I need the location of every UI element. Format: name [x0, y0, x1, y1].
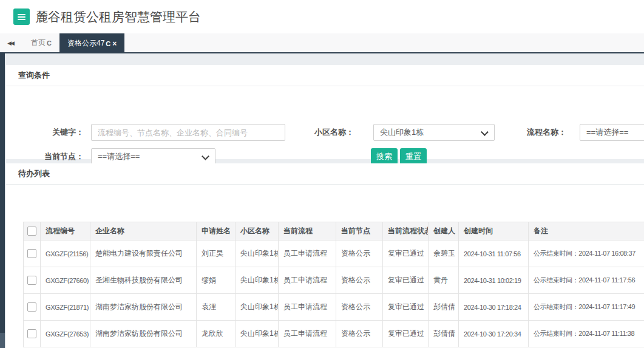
cell-company: 楚能电力建设有限责任公司 [90, 241, 197, 267]
process-label: 流程名称： [492, 124, 566, 141]
cell-company: 湖南梦洁家纺股份有限公司 [90, 321, 197, 347]
column-header: 企业名称 [90, 222, 197, 241]
todo-table-head-row: 流程编号企业名称申请姓名小区名称当前流程当前节点当前流程状态创建人创建时间备注 [24, 222, 644, 241]
column-header: 当前节点 [336, 222, 383, 241]
row-select-cell [24, 321, 41, 347]
collapsed-sidebar[interactable] [0, 53, 5, 348]
query-form: 关键字： 小区名称： 尖山印象1栋 流程名称： ==请选择== 当前节点： ==… [6, 86, 644, 159]
column-header: 创建人 [429, 222, 459, 241]
cell-remark: 公示结束时间：2024-11-07 11:11:38 [529, 321, 644, 347]
column-header: 当前流程状态 [383, 222, 429, 241]
cell-applicant: 袁浬 [197, 294, 236, 321]
cell-applicant: 龙欣欣 [197, 321, 236, 347]
cell-process: 员工申请流程 [279, 294, 336, 321]
cell-remark: 公示结束时间：2024-11-07 16:08:37 [529, 241, 644, 267]
row-checkbox[interactable] [27, 249, 36, 258]
tab-label: 资格公示47 [67, 38, 104, 49]
tab-bar: ◀◀ 首页 C 资格公示47 C × [0, 33, 644, 53]
cell-creator: 余碧玉 [429, 241, 459, 267]
cell-company: 圣湘生物科技股份有限公司 [90, 267, 197, 294]
select-all-header-cell [24, 222, 41, 241]
keyword-label: 关键字： [6, 124, 84, 141]
column-header: 当前流程 [279, 222, 336, 241]
hamburger-icon [18, 14, 25, 15]
reset-button[interactable]: 重置 [400, 148, 427, 165]
column-header: 小区名称 [236, 222, 279, 241]
collapsed-sidebar-footer [0, 333, 5, 348]
cell-process-id: GXGZF(21156) [41, 241, 90, 267]
cell-status: 复审已通过 [383, 267, 429, 294]
cell-created-at: 2024-10-30 17:20:34 [459, 321, 529, 347]
refresh-icon[interactable]: C [47, 39, 52, 47]
collapse-tabs-button[interactable]: ◀◀ [0, 33, 23, 52]
double-left-arrow-icon: ◀◀ [7, 40, 13, 46]
todo-panel: 待办列表 流程编号企业名称申请姓名小区名称当前流程当前节点当前流程状态创建人创建… [6, 163, 644, 348]
row-checkbox[interactable] [27, 276, 36, 285]
cell-community: 尖山印象1栋 [236, 241, 279, 267]
cell-status: 复审已通过 [383, 241, 429, 267]
node-select[interactable]: ==请选择== [91, 148, 215, 165]
table-row: GXGZF(27653)湖南梦洁家纺股份有限公司龙欣欣尖山印象1栋员工申请流程资… [24, 321, 644, 347]
cell-remark: 公示结束时间：2024-11-07 11:17:56 [529, 267, 644, 294]
row-select-cell [24, 241, 41, 267]
cell-status: 复审已通过 [383, 294, 429, 321]
cell-process: 员工申请流程 [279, 267, 336, 294]
refresh-icon[interactable]: C [106, 40, 110, 47]
todo-table: 流程编号企业名称申请姓名小区名称当前流程当前节点当前流程状态创建人创建时间备注 … [23, 222, 644, 347]
search-button[interactable]: 搜索 [371, 148, 398, 165]
table-row: GXGZF(27660)圣湘生物科技股份有限公司缪娟尖山印象1栋员工申请流程资格… [24, 267, 644, 294]
row-select-cell [24, 267, 41, 294]
cell-remark: 公示结束时间：2024-11-07 11:17:49 [529, 294, 644, 321]
row-checkbox[interactable] [27, 329, 36, 338]
community-select-value: 尖山印象1栋 [380, 128, 424, 137]
cell-creator: 彭倩倩 [429, 294, 459, 321]
cell-creator: 彭倩倩 [429, 321, 459, 347]
cell-created-at: 2024-10-31 10:02:19 [459, 267, 529, 294]
node-select-value: ==请选择== [98, 152, 140, 161]
query-panel: 查询条件 关键字： 小区名称： 尖山印象1栋 流程名称： ==请选择== 当前节… [6, 65, 644, 159]
cell-node: 资格公示 [336, 294, 383, 321]
cell-process: 员工申请流程 [279, 241, 336, 267]
cell-process-id: GXGZF(27660) [41, 267, 90, 294]
tab-home[interactable]: 首页 C [23, 33, 59, 52]
menu-toggle-button[interactable] [13, 9, 30, 25]
cell-created-at: 2024-10-31 11:07:56 [459, 241, 529, 267]
todo-table-body: GXGZF(21156)楚能电力建设有限责任公司刘正昊尖山印象1栋员工申请流程资… [24, 241, 644, 347]
cell-created-at: 2024-10-30 17:18:24 [459, 294, 529, 321]
cell-community: 尖山印象1栋 [236, 267, 279, 294]
column-header: 申请姓名 [197, 222, 236, 241]
column-header: 备注 [529, 222, 644, 241]
node-label: 当前节点： [6, 148, 84, 165]
table-row: GXGZF(21156)楚能电力建设有限责任公司刘正昊尖山印象1栋员工申请流程资… [24, 241, 644, 267]
community-select[interactable]: 尖山印象1栋 [373, 124, 495, 141]
process-select-value: ==请选择== [586, 128, 628, 137]
select-all-checkbox[interactable] [27, 227, 36, 236]
table-row: GXGZF(21871)湖南梦洁家纺股份有限公司袁浬尖山印象1栋员工申请流程资格… [24, 294, 644, 321]
cell-process: 员工申请流程 [279, 321, 336, 347]
row-select-cell [24, 294, 41, 321]
app-header: 麓谷租赁公租房智慧管理平台 [0, 0, 644, 33]
cell-node: 资格公示 [336, 321, 383, 347]
tab-label: 首页 [31, 38, 46, 48]
cell-node: 资格公示 [336, 267, 383, 294]
column-header: 流程编号 [41, 222, 90, 241]
todo-panel-title: 待办列表 [6, 163, 644, 185]
community-label: 小区名称： [279, 124, 354, 141]
cell-node: 资格公示 [336, 241, 383, 267]
cell-applicant: 刘正昊 [197, 241, 236, 267]
tab-qualification-publicity[interactable]: 资格公示47 C × [59, 33, 124, 53]
process-select[interactable]: ==请选择== [580, 124, 644, 141]
cell-company: 湖南梦洁家纺股份有限公司 [90, 294, 197, 321]
keyword-input[interactable] [91, 124, 285, 141]
cell-process-id: GXGZF(21871) [41, 294, 90, 321]
close-icon[interactable]: × [112, 39, 117, 48]
cell-applicant: 缪娟 [197, 267, 236, 294]
cell-community: 尖山印象1栋 [236, 294, 279, 321]
cell-community: 尖山印象1栋 [236, 321, 279, 347]
page-title: 麓谷租赁公租房智慧管理平台 [35, 9, 201, 26]
column-header: 创建时间 [459, 222, 529, 241]
cell-process-id: GXGZF(27653) [41, 321, 90, 347]
query-panel-title: 查询条件 [6, 65, 644, 86]
row-checkbox[interactable] [27, 302, 36, 312]
cell-creator: 黄丹 [429, 267, 459, 294]
